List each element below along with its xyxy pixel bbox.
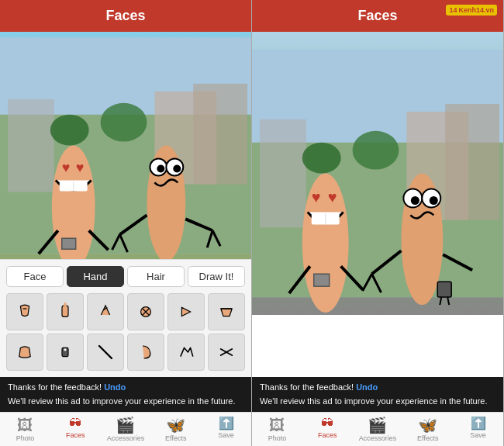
sticker-9[interactable] <box>87 334 124 371</box>
sticker-2[interactable] <box>47 293 84 330</box>
left-faces-label: Faces <box>66 431 85 439</box>
svg-text:♥: ♥ <box>312 188 321 206</box>
right-nav-faces[interactable]: 🕶 Faces <box>302 413 353 446</box>
sticker-10[interactable] <box>127 334 164 371</box>
left-nav-photo[interactable]: 🖼 Photo <box>0 413 50 446</box>
left-sticker-tabs: Face Hand Hair Draw It! <box>6 266 245 287</box>
svg-line-58 <box>440 297 441 305</box>
svg-point-51 <box>411 196 419 205</box>
badge-number: 14 <box>449 6 457 14</box>
left-save-label: Save <box>218 431 234 439</box>
svg-point-38 <box>353 131 399 170</box>
svg-rect-37 <box>445 104 499 220</box>
svg-text:♥: ♥ <box>328 188 337 206</box>
right-nav-save[interactable]: ⬆️ Save <box>453 413 503 446</box>
right-feedback-line: Thanks for the feedback! Undo <box>260 382 495 393</box>
left-finger-art: ♥ ♥ <box>0 32 251 259</box>
kenh14-badge: 14 Kenh14.vn <box>446 5 497 16</box>
sticker-4[interactable] <box>127 293 164 330</box>
left-ad-banner: Thanks for the feedback! Undo We'll revi… <box>0 377 251 412</box>
right-save-icon: ⬆️ <box>471 417 486 430</box>
right-photo-icon: 🖼 <box>269 417 285 433</box>
right-accessories-label: Accessories <box>359 434 397 442</box>
left-header-title: Faces <box>105 8 145 23</box>
svg-rect-47 <box>314 274 330 286</box>
left-bottom-nav: 🖼 Photo 🕶 Faces 🎬 Accessories 🦋 Effects … <box>0 412 251 446</box>
right-faces-icon: 🕶 <box>321 417 333 430</box>
right-finger-art: ♥ ♥ <box>252 32 503 315</box>
right-nav-accessories[interactable]: 🎬 Accessories <box>353 413 403 446</box>
svg-point-40 <box>302 174 349 313</box>
sticker-tab-hand[interactable]: Hand <box>67 266 124 287</box>
left-effects-icon: 🦋 <box>166 417 185 433</box>
left-header: Faces <box>0 0 251 32</box>
svg-point-18 <box>157 165 164 173</box>
left-nav-faces[interactable]: 🕶 Faces <box>50 413 101 446</box>
right-effects-label: Effects <box>417 434 438 442</box>
right-ad-banner: Thanks for the feedback! Undo We'll revi… <box>252 377 503 412</box>
sticker-6[interactable] <box>208 293 245 330</box>
left-ad-subtext: We'll review this ad to improve your exp… <box>8 396 243 407</box>
left-nav-save[interactable]: ⬆️ Save <box>201 413 251 446</box>
left-sticker-panel: Face Hand Hair Draw It! <box>0 259 251 377</box>
right-nav-effects[interactable]: 🦋 Effects <box>402 413 453 446</box>
svg-rect-4 <box>193 84 247 185</box>
sticker-11[interactable] <box>167 334 205 371</box>
right-accessories-icon: 🎬 <box>368 417 387 433</box>
right-save-label: Save <box>470 431 486 439</box>
svg-point-39 <box>302 143 341 174</box>
svg-rect-26 <box>62 306 68 316</box>
left-phone-panel: Faces ♥ ♥ <box>0 0 252 446</box>
svg-rect-2 <box>8 99 54 192</box>
left-sticker-grid <box>6 293 245 371</box>
right-nav-photo[interactable]: 🖼 Photo <box>252 413 302 446</box>
right-undo-link[interactable]: Undo <box>356 382 378 392</box>
left-photo-area: ♥ ♥ <box>0 32 251 259</box>
sticker-5[interactable] <box>167 293 205 330</box>
sticker-3[interactable] <box>87 293 124 330</box>
badge-text: Kenh14.vn <box>458 6 494 14</box>
sticker-tab-drawit[interactable]: Draw It! <box>188 266 245 287</box>
left-undo-link[interactable]: Undo <box>104 382 126 392</box>
sticker-tab-hair[interactable]: Hair <box>127 266 185 287</box>
right-white-area <box>252 315 503 377</box>
right-faces-label: Faces <box>318 431 337 439</box>
svg-text:♥: ♥ <box>76 161 85 176</box>
sticker-12[interactable] <box>208 334 245 371</box>
sticker-tab-face[interactable]: Face <box>6 266 64 287</box>
svg-rect-35 <box>260 119 306 228</box>
right-phone-panel: Faces 14 Kenh14.vn ♥ ♥ <box>252 0 504 446</box>
right-bottom-nav: 🖼 Photo 🕶 Faces 🎬 Accessories 🦋 Effects … <box>252 412 503 446</box>
svg-rect-57 <box>437 282 451 297</box>
left-photo-label: Photo <box>16 434 35 442</box>
svg-point-52 <box>430 196 438 205</box>
sticker-1[interactable] <box>6 293 43 330</box>
svg-text:♥: ♥ <box>62 161 71 176</box>
left-photo-icon: 🖼 <box>17 417 33 433</box>
left-accessories-label: Accessories <box>107 434 145 442</box>
svg-rect-14 <box>62 238 76 249</box>
left-nav-accessories[interactable]: 🎬 Accessories <box>101 413 151 446</box>
left-effects-label: Effects <box>165 434 186 442</box>
sticker-7[interactable] <box>6 334 43 371</box>
svg-point-31 <box>64 348 66 351</box>
sticker-8[interactable] <box>47 334 84 371</box>
left-save-icon: ⬆️ <box>219 417 234 430</box>
left-nav-effects[interactable]: 🦋 Effects <box>150 413 201 446</box>
right-photo-label: Photo <box>268 434 287 442</box>
right-effects-icon: 🦋 <box>418 417 437 433</box>
right-header-title: Faces <box>357 8 397 23</box>
left-accessories-icon: 🎬 <box>116 417 135 433</box>
svg-point-19 <box>173 165 181 173</box>
right-ad-subtext: We'll review this ad to improve your exp… <box>260 396 495 407</box>
svg-line-32 <box>99 346 112 358</box>
svg-line-59 <box>447 297 449 305</box>
left-feedback-line: Thanks for the feedback! Undo <box>8 382 243 393</box>
right-ad-bold: Thanks for the feedback! <box>260 382 354 392</box>
left-faces-icon: 🕶 <box>69 417 81 430</box>
svg-point-6 <box>50 115 89 146</box>
right-header: Faces 14 Kenh14.vn <box>252 0 503 32</box>
svg-point-5 <box>101 103 147 142</box>
left-ad-bold: Thanks for the feedback! <box>8 382 102 392</box>
right-photo-area: ♥ ♥ <box>252 32 503 315</box>
